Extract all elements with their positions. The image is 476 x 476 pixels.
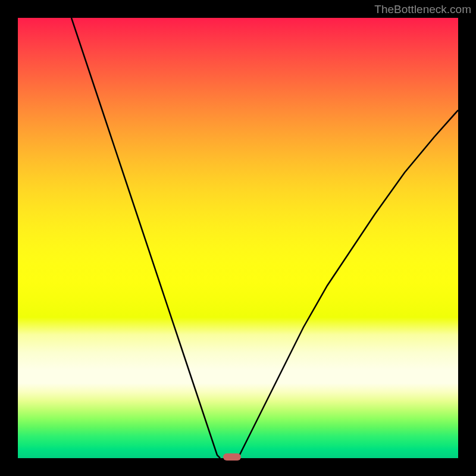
right-curve-path — [238, 110, 458, 458]
bottleneck-marker — [223, 453, 241, 461]
chart-curves — [18, 18, 458, 458]
watermark-text: TheBottleneck.com — [374, 3, 471, 16]
left-curve-path — [71, 18, 220, 458]
